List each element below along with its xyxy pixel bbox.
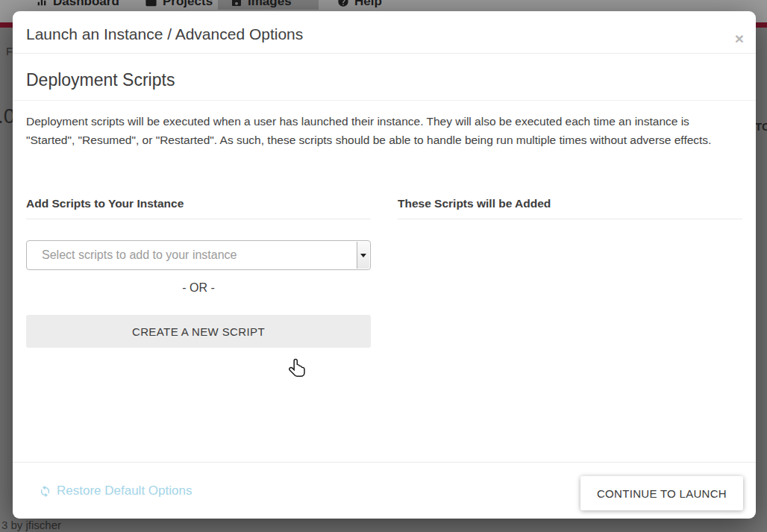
added-scripts-column: These Scripts will be Added: [398, 197, 742, 348]
nav-tab-label: Images: [248, 0, 292, 9]
continue-to-launch-button[interactable]: CONTINUE TO LAUNCH: [580, 476, 743, 510]
section-heading: Deployment Scripts: [13, 54, 756, 101]
add-scripts-column: Add Scripts to Your Instance Select scri…: [26, 197, 371, 348]
scripts-select-placeholder: Select scripts to add to your instance: [27, 248, 237, 262]
background-text-fragment: TO: [755, 120, 767, 133]
help-icon: [337, 0, 349, 7]
save-icon: [231, 0, 242, 7]
restore-link-label: Restore Default Options: [57, 484, 192, 498]
scripts-select[interactable]: Select scripts to add to your instance: [26, 240, 371, 270]
folder-icon: [145, 0, 157, 8]
background-text-fragment: 3 by jfischer: [1, 519, 61, 531]
modal-body: Deployment Scripts Deployment scripts wi…: [13, 54, 756, 348]
modal-header: Launch an Instance / Advanced Options ×: [13, 11, 756, 54]
navbar-tabs-row: Dashboard Projects Images Help: [0, 0, 767, 12]
refresh-icon: [39, 485, 51, 498]
nav-tab-label: Help: [354, 0, 382, 9]
nav-tab-label: Projects: [163, 0, 213, 9]
close-icon[interactable]: ×: [735, 31, 744, 46]
nav-tab-help[interactable]: Help: [337, 0, 382, 10]
modal-title: Launch an Instance / Advanced Options: [26, 25, 303, 43]
or-separator: - OR -: [26, 281, 371, 295]
scripts-columns: Add Scripts to Your Instance Select scri…: [26, 197, 742, 348]
add-scripts-heading: Add Scripts to Your Instance: [26, 197, 371, 219]
create-new-script-button[interactable]: CREATE A NEW SCRIPT: [26, 315, 371, 348]
restore-default-options-link[interactable]: Restore Default Options: [39, 484, 192, 498]
nav-tab-images[interactable]: Images: [231, 0, 292, 10]
nav-tab-projects[interactable]: Projects: [145, 0, 213, 10]
nav-tab-dashboard[interactable]: Dashboard: [36, 0, 119, 10]
modal-footer: Restore Default Options CONTINUE TO LAUN…: [13, 462, 756, 519]
deployment-scripts-description: Deployment scripts will be executed when…: [26, 112, 721, 149]
advanced-options-modal: Launch an Instance / Advanced Options × …: [13, 11, 756, 519]
chevron-down-icon[interactable]: [357, 242, 369, 269]
bar-chart-icon: [36, 0, 48, 7]
nav-tab-label: Dashboard: [53, 0, 119, 9]
added-scripts-heading: These Scripts will be Added: [398, 197, 742, 219]
